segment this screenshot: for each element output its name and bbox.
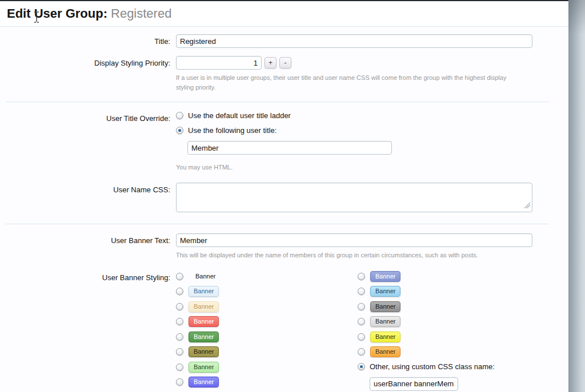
- option-default-title-ladder[interactable]: Use the default user title ladder: [176, 111, 568, 120]
- user-banner-text-row: User Banner Text: This will be displayed…: [0, 233, 568, 260]
- title-label: Title:: [0, 34, 176, 46]
- section-divider: [6, 224, 549, 224]
- banner-preview-none: Banner: [191, 272, 220, 281]
- banner-other-label: Other, using custom CSS class name:: [370, 362, 495, 371]
- banner-preview-gray: Banner: [370, 301, 400, 312]
- user-name-css-row: User Name CSS:: [0, 183, 568, 215]
- banner-radio-skyblue[interactable]: [358, 288, 365, 295]
- content-pane: Edit User Group:Registered Title: Displa…: [0, 0, 568, 392]
- banner-preview-green: Banner: [189, 332, 219, 342]
- section-divider: [6, 102, 549, 102]
- banner-radio-olive[interactable]: [176, 348, 183, 355]
- banner-option[interactable]: Banner: [358, 270, 568, 282]
- banner-preview-lightgreen: Banner: [189, 362, 219, 373]
- banner-radio-gray[interactable]: [358, 303, 365, 310]
- priority-label: Display Styling Priority:: [0, 56, 176, 67]
- banner-option[interactable]: Banner: [358, 346, 568, 358]
- banner-option[interactable]: Banner: [176, 331, 358, 342]
- banner-radio-accent[interactable]: [176, 303, 183, 310]
- banner-option[interactable]: Banner: [176, 361, 358, 373]
- user-banner-text-hint: This will be displayed under the name of…: [176, 250, 530, 260]
- page-header: Edit User Group:Registered: [0, 1, 568, 27]
- edit-user-group-form: Title: Display Styling Priority: +- If a…: [0, 27, 568, 391]
- user-name-css-textarea[interactable]: [176, 183, 532, 212]
- banner-option-other[interactable]: Other, using custom CSS class name:: [358, 362, 568, 371]
- text-cursor-icon: [33, 11, 40, 25]
- option-default-title-ladder-label: Use the default user title ladder: [188, 111, 291, 120]
- banner-option[interactable]: Banner: [176, 301, 358, 312]
- banner-option[interactable]: Banner: [176, 286, 358, 297]
- banner-radio-red[interactable]: [176, 318, 183, 325]
- banner-radio-primary[interactable]: [176, 288, 183, 295]
- user-banner-styling-row: User Banner Styling: Banner Banner: [0, 270, 568, 391]
- page-title: Edit User Group:: [7, 6, 107, 21]
- banner-option[interactable]: Banner: [176, 377, 358, 388]
- banner-radio-silver[interactable]: [358, 318, 365, 325]
- radio-custom-title[interactable]: [176, 127, 183, 134]
- banner-option[interactable]: Banner: [176, 316, 358, 328]
- custom-css-class-input[interactable]: [370, 377, 458, 391]
- banner-option[interactable]: Banner: [358, 331, 568, 342]
- title-input[interactable]: [176, 34, 532, 48]
- banner-preview-skyblue: Banner: [370, 286, 400, 297]
- banner-radio-orange[interactable]: [358, 348, 365, 355]
- banner-preview-blue: Banner: [189, 377, 219, 387]
- title-row: Title:: [0, 34, 568, 48]
- user-title-hint: You may use HTML.: [176, 163, 519, 172]
- banner-radio-yellow[interactable]: [358, 333, 365, 341]
- banner-option[interactable]: Banner: [358, 286, 568, 297]
- banner-radio-royalblue[interactable]: [358, 273, 365, 280]
- resize-handle-icon[interactable]: [524, 200, 530, 211]
- page-title-value: Registered: [111, 6, 171, 21]
- decrement-button[interactable]: -: [279, 57, 291, 68]
- user-title-override-row: User Title Override: Use the default use…: [0, 111, 568, 172]
- priority-row: Display Styling Priority: +- If a user i…: [0, 56, 568, 92]
- user-banner-text-label: User Banner Text:: [0, 233, 176, 245]
- banner-radio-lightgreen[interactable]: [176, 363, 183, 371]
- banner-radio-other[interactable]: [358, 363, 365, 370]
- banner-preview-royalblue: Banner: [370, 271, 400, 282]
- radio-default-title-ladder[interactable]: [176, 112, 183, 119]
- banner-preview-olive: Banner: [189, 346, 219, 357]
- banner-preview-yellow: Banner: [370, 332, 400, 342]
- banner-preview-accent: Banner: [189, 301, 219, 312]
- banner-preview-silver: Banner: [370, 316, 400, 327]
- priority-hint: If a user is in multiple user groups, th…: [176, 73, 519, 92]
- increment-button[interactable]: +: [265, 57, 277, 68]
- banner-option[interactable]: Banner: [176, 346, 358, 358]
- banner-radio-blue[interactable]: [176, 378, 183, 386]
- user-name-css-label: User Name CSS:: [0, 183, 176, 194]
- banner-preview-red: Banner: [189, 316, 219, 327]
- option-custom-title-label: Use the following user title:: [188, 126, 277, 135]
- user-banner-text-input[interactable]: [176, 233, 532, 247]
- banner-option[interactable]: Banner: [176, 270, 358, 282]
- user-banner-styling-label: User Banner Styling:: [0, 270, 176, 282]
- banner-preview-orange: Banner: [370, 346, 400, 357]
- banner-radio-green[interactable]: [176, 333, 183, 341]
- custom-user-title-input[interactable]: [187, 141, 392, 155]
- option-custom-title[interactable]: Use the following user title:: [176, 126, 568, 135]
- banner-option[interactable]: Banner: [358, 301, 568, 312]
- banner-option[interactable]: Banner: [358, 316, 568, 328]
- priority-input[interactable]: [176, 56, 262, 70]
- banner-radio-none[interactable]: [176, 273, 183, 280]
- banner-options-left-column: Banner Banner Banner Banner: [176, 270, 358, 391]
- page-edge-gradient: [568, 0, 585, 392]
- user-title-override-label: User Title Override:: [0, 111, 176, 123]
- banner-options-right-column: Banner Banner Banner Banner: [358, 270, 568, 391]
- banner-preview-primary: Banner: [189, 286, 219, 297]
